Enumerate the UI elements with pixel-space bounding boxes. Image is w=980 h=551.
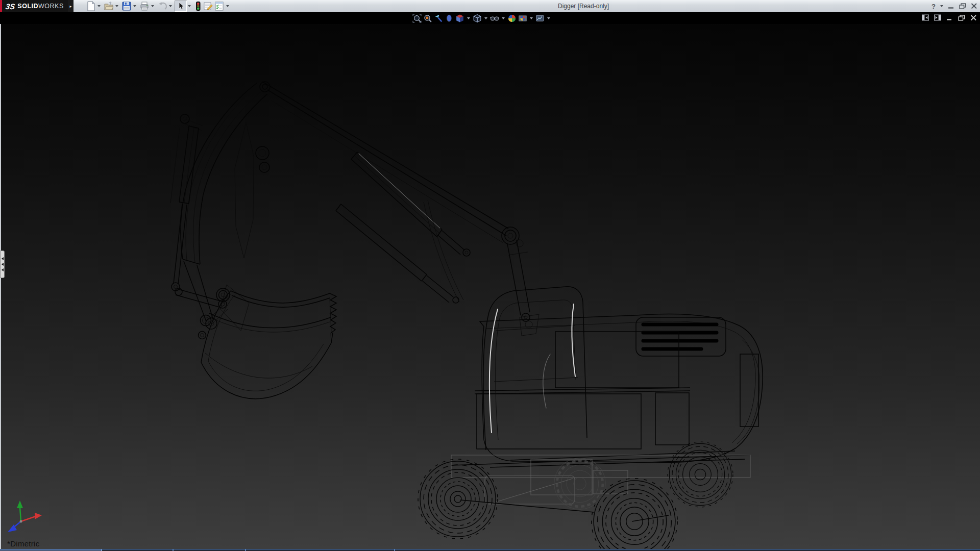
section-view-button[interactable] bbox=[445, 14, 454, 23]
main-toolbar bbox=[86, 1, 232, 12]
wheel-rear-left-hidden bbox=[554, 458, 606, 510]
apply-scene-icon bbox=[518, 14, 527, 23]
wheel-front-left bbox=[418, 459, 498, 539]
print-dropdown-caret[interactable] bbox=[151, 5, 154, 7]
view-orientation-dropdown-caret[interactable] bbox=[467, 17, 470, 19]
undo-dropdown-caret[interactable] bbox=[169, 5, 172, 7]
save-dropdown-caret[interactable] bbox=[133, 5, 136, 7]
solidworks-logo: 3S SOLID WORKS bbox=[0, 0, 68, 12]
arm-cylinders bbox=[336, 152, 470, 303]
open-document-icon bbox=[104, 1, 114, 11]
display-style-button[interactable] bbox=[473, 14, 482, 23]
logo-text-light: WORKS bbox=[38, 3, 64, 10]
view-orientation-icon bbox=[455, 14, 464, 23]
ds-monogram: 3S bbox=[5, 2, 16, 11]
apply-scene-button[interactable] bbox=[518, 14, 527, 23]
operator-cab bbox=[483, 287, 587, 450]
document-window-controls bbox=[922, 14, 977, 21]
solidworks-window: 3S SOLID WORKS ▸ bbox=[0, 0, 980, 551]
display-style-icon bbox=[473, 14, 482, 23]
zoom-to-area-icon bbox=[423, 14, 432, 23]
boom-cylinder-left bbox=[170, 114, 203, 291]
undo-icon bbox=[157, 1, 167, 11]
logo-text-bold: SOLID bbox=[17, 3, 38, 10]
bucket bbox=[199, 288, 337, 399]
minimize-document-button[interactable] bbox=[946, 15, 953, 21]
reference-triad[interactable] bbox=[8, 500, 42, 532]
brand-accent-strip bbox=[0, 0, 2, 12]
title-bar: 3S SOLID WORKS ▸ bbox=[0, 0, 980, 12]
options-dropdown-caret[interactable] bbox=[226, 5, 229, 7]
select-button[interactable] bbox=[175, 1, 187, 12]
collapse-arrow-icon bbox=[2, 263, 4, 266]
upper-body bbox=[475, 314, 763, 467]
zoom-to-fit-button[interactable] bbox=[412, 14, 422, 23]
new-dropdown-caret[interactable] bbox=[97, 5, 101, 7]
stoplight-icon bbox=[194, 1, 202, 11]
view-orientation-button[interactable] bbox=[455, 14, 464, 23]
select-dropdown-caret[interactable] bbox=[188, 5, 191, 7]
collapse-arrow-icon bbox=[2, 268, 4, 271]
close-document-button[interactable] bbox=[970, 15, 977, 21]
help-dropdown-caret[interactable] bbox=[940, 5, 943, 7]
save-icon bbox=[121, 1, 132, 11]
glasses-icon bbox=[490, 14, 499, 23]
rebuild-stoplight-button[interactable] bbox=[193, 1, 203, 12]
document-title: Digger [Read-only] bbox=[558, 3, 609, 10]
view-settings-icon bbox=[535, 14, 545, 23]
heads-up-view-toolbar bbox=[412, 13, 551, 23]
display-style-dropdown-caret[interactable] bbox=[484, 17, 487, 19]
options-checklist-icon bbox=[214, 1, 225, 11]
collapse-arrow-icon bbox=[2, 257, 4, 260]
zoom-to-area-button[interactable] bbox=[423, 14, 432, 23]
menu-strip bbox=[0, 13, 980, 24]
titlebar-controls: ? bbox=[932, 0, 977, 12]
open-document-button[interactable] bbox=[103, 1, 114, 12]
section-view-icon bbox=[445, 14, 454, 23]
hide-show-items-button[interactable] bbox=[490, 14, 499, 23]
new-document-button[interactable] bbox=[86, 1, 96, 12]
print-icon bbox=[139, 1, 150, 11]
wireframe-model-digger bbox=[1, 24, 980, 549]
bucket-linkage bbox=[175, 288, 231, 329]
edit-note-icon bbox=[203, 1, 213, 11]
zoom-to-fit-icon bbox=[412, 14, 422, 23]
view-orientation-label: *Dimetric bbox=[7, 539, 40, 548]
close-window-button[interactable] bbox=[971, 3, 977, 9]
show-right-pane-button[interactable] bbox=[934, 14, 941, 21]
feature-pane-splitter-handle[interactable] bbox=[0, 251, 5, 278]
apply-scene-dropdown-caret[interactable] bbox=[530, 17, 533, 19]
view-settings-dropdown-caret[interactable] bbox=[547, 17, 550, 19]
minimize-window-button[interactable] bbox=[948, 3, 954, 9]
edit-appearance-button[interactable] bbox=[507, 14, 517, 23]
edit-note-button[interactable] bbox=[203, 1, 214, 12]
options-checklist-button[interactable] bbox=[214, 1, 225, 12]
restore-document-button[interactable] bbox=[958, 15, 965, 21]
open-dropdown-caret[interactable] bbox=[115, 5, 118, 7]
graphics-viewport[interactable]: *Dimetric bbox=[0, 24, 980, 549]
new-document-icon bbox=[86, 1, 96, 11]
menu-flyout-arrow[interactable]: ▸ bbox=[68, 0, 74, 12]
hide-show-dropdown-caret[interactable] bbox=[502, 17, 505, 19]
elbow-joint bbox=[502, 227, 530, 321]
appearance-ball-icon bbox=[507, 14, 517, 23]
windows-taskbar-edge[interactable] bbox=[0, 549, 980, 551]
restore-window-button[interactable] bbox=[959, 3, 966, 9]
view-settings-button[interactable] bbox=[535, 14, 545, 23]
help-button[interactable]: ? bbox=[932, 3, 936, 10]
print-button[interactable] bbox=[139, 1, 150, 12]
show-left-pane-button[interactable] bbox=[922, 14, 929, 21]
select-cursor-icon bbox=[176, 2, 185, 11]
wheel-front-right bbox=[592, 479, 677, 549]
undo-button[interactable] bbox=[157, 1, 168, 12]
save-button[interactable] bbox=[121, 1, 132, 12]
previous-view-icon bbox=[434, 14, 443, 23]
previous-view-button[interactable] bbox=[434, 14, 443, 23]
